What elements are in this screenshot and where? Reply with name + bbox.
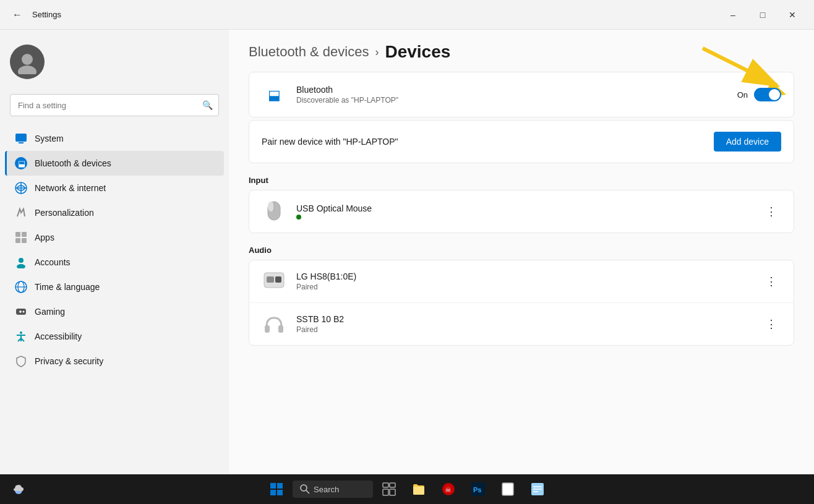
- pair-device-row: Pair new device with "HP-LAPTOP" Add dev…: [249, 120, 794, 163]
- svg-rect-47: [390, 483, 395, 487]
- sidebar-item-system[interactable]: System: [5, 126, 224, 151]
- minimize-button[interactable]: –: [719, 5, 747, 25]
- main-layout: 🔍 System ⬓ Bluetooth & devices: [0, 30, 814, 474]
- content-area: Bluetooth & devices › Devices: [229, 30, 814, 474]
- svg-rect-46: [383, 483, 388, 487]
- close-button[interactable]: ✕: [778, 5, 807, 25]
- device-status: [296, 215, 752, 220]
- svg-rect-38: [278, 325, 283, 333]
- breadcrumb-parent[interactable]: Bluetooth & devices: [249, 44, 369, 60]
- search-button[interactable]: Search: [293, 481, 373, 498]
- device-name: USB Optical Mouse: [296, 203, 752, 213]
- paint-icon: [15, 207, 27, 219]
- user-avatar-section: [0, 40, 229, 94]
- file-explorer-button[interactable]: [405, 476, 432, 503]
- sidebar-item-accounts[interactable]: Accounts: [5, 250, 224, 275]
- back-button[interactable]: ←: [7, 5, 27, 25]
- device-info: USB Optical Mouse: [296, 203, 752, 220]
- game-overlay-button[interactable]: ☠: [435, 476, 462, 503]
- device-status-text: Paired: [296, 325, 318, 334]
- sidebar-item-label: Gaming: [35, 307, 65, 317]
- more-options-button[interactable]: ⋮: [761, 314, 781, 334]
- add-device-button[interactable]: Add device: [714, 132, 781, 152]
- accounts-icon: [15, 256, 27, 268]
- svg-text:⬓: ⬓: [268, 87, 281, 103]
- svg-text:Ps: Ps: [473, 486, 481, 493]
- bluetooth-info: Bluetooth Discoverable as "HP-LAPTOP": [296, 85, 727, 105]
- taskbar: Search ☠: [0, 474, 814, 504]
- svg-rect-37: [265, 325, 270, 333]
- weather-icon[interactable]: [7, 478, 30, 500]
- arrow-annotation: [690, 36, 802, 106]
- window-controls: – □ ✕: [719, 5, 807, 25]
- device-name: SSTB 10 B2: [296, 314, 752, 324]
- maximize-button[interactable]: □: [748, 5, 777, 25]
- svg-rect-12: [22, 238, 27, 243]
- svg-rect-10: [22, 232, 27, 237]
- device-info: SSTB 10 B2 Paired: [296, 314, 752, 334]
- svg-rect-40: [270, 483, 276, 489]
- content-body: ⬓ Bluetooth Discoverable as "HP-LAPTOP" …: [229, 72, 814, 368]
- more-options-button[interactable]: ⋮: [761, 202, 781, 221]
- shield-icon: [15, 355, 27, 367]
- sidebar-item-label: Accounts: [35, 257, 71, 267]
- sidebar-item-privacy[interactable]: Privacy & security: [5, 349, 224, 374]
- svg-rect-49: [390, 489, 395, 495]
- sidebar-item-accessibility[interactable]: Accessibility: [5, 324, 224, 349]
- bluetooth-icon: ⬓: [15, 157, 27, 169]
- task-view-button[interactable]: [375, 476, 403, 503]
- breadcrumb-separator: ›: [375, 46, 379, 59]
- svg-rect-48: [383, 489, 388, 495]
- svg-rect-43: [277, 490, 283, 495]
- search-input[interactable]: [10, 94, 219, 116]
- app-title: Settings: [32, 10, 61, 19]
- svg-point-14: [17, 264, 25, 268]
- start-button[interactable]: [263, 476, 290, 503]
- sidebar-item-personalization[interactable]: Personalization: [5, 200, 224, 225]
- taskbar-center: Search ☠: [263, 476, 551, 503]
- sidebar-item-label: Bluetooth & devices: [35, 158, 111, 168]
- sidebar-item-apps[interactable]: Apps: [5, 225, 224, 250]
- sidebar-item-network[interactable]: Network & internet: [5, 176, 224, 200]
- titlebar: ← Settings – □ ✕: [0, 0, 814, 30]
- sidebar-item-label: Privacy & security: [35, 356, 103, 366]
- bluetooth-toggle[interactable]: [754, 88, 781, 101]
- svg-rect-9: [15, 232, 20, 237]
- bluetooth-icon-wrap: ⬓: [262, 82, 286, 107]
- status-dot: [296, 215, 301, 220]
- svg-rect-3: [19, 142, 24, 143]
- svg-rect-35: [267, 276, 274, 283]
- sidebar-item-time[interactable]: Time & language: [5, 275, 224, 299]
- svg-rect-54: [502, 483, 513, 495]
- svg-text:☠: ☠: [445, 485, 452, 494]
- avatar[interactable]: [10, 45, 45, 79]
- svg-rect-36: [275, 276, 281, 283]
- device-status: Paired: [296, 325, 752, 334]
- sidebar-item-label: Accessibility: [35, 331, 82, 341]
- svg-point-1: [18, 66, 36, 74]
- blank-page-button[interactable]: [494, 476, 521, 503]
- sidebar-item-bluetooth[interactable]: ⬓ Bluetooth & devices: [5, 151, 224, 176]
- input-section-title: Input: [249, 176, 794, 185]
- more-options-button[interactable]: ⋮: [761, 271, 781, 291]
- bluetooth-title: Bluetooth: [296, 85, 727, 95]
- table-row: SSTB 10 B2 Paired ⋮: [249, 303, 794, 345]
- monitor-icon: [15, 132, 27, 145]
- svg-point-21: [23, 311, 25, 313]
- mouse-icon: [262, 199, 286, 224]
- sticky-notes-button[interactable]: [524, 476, 551, 503]
- page-title: Devices: [385, 42, 450, 62]
- audio-section-title: Audio: [249, 246, 794, 255]
- pair-text: Pair new device with "HP-LAPTOP": [262, 137, 714, 147]
- search-box[interactable]: 🔍: [10, 94, 219, 116]
- device-status-text: Paired: [296, 283, 318, 291]
- sidebar-item-label: Apps: [35, 233, 54, 242]
- taskbar-search-label: Search: [314, 485, 339, 494]
- table-row: USB Optical Mouse ⋮: [249, 190, 794, 233]
- sidebar-item-gaming[interactable]: Gaming: [5, 299, 224, 324]
- apps-icon: [15, 231, 27, 244]
- svg-point-44: [301, 485, 307, 491]
- svg-rect-11: [15, 238, 20, 243]
- svg-line-45: [306, 490, 309, 493]
- photoshop-button[interactable]: Ps: [465, 476, 492, 503]
